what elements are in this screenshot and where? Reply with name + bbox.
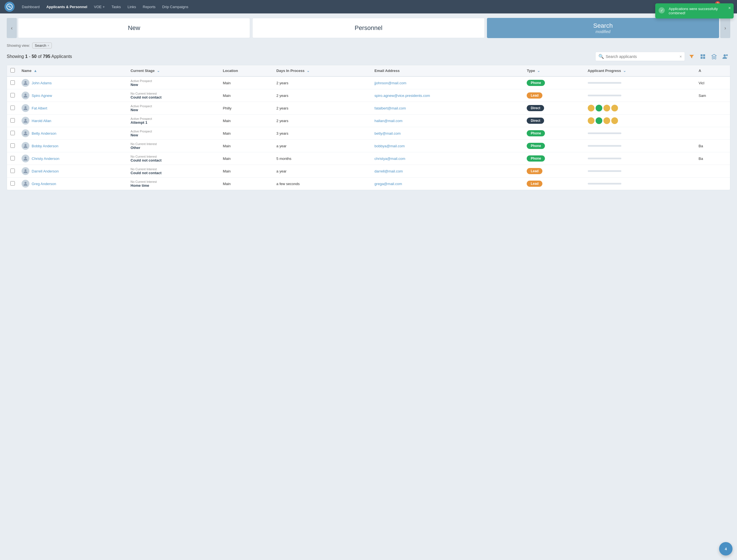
- svg-rect-4: [703, 57, 705, 59]
- tab-prev-button[interactable]: ‹: [7, 18, 17, 38]
- col-progress[interactable]: Applicant Progress ⌄: [584, 65, 695, 76]
- email-link[interactable]: betty@mail.com: [374, 131, 400, 136]
- row-checkbox[interactable]: [10, 118, 15, 123]
- avatar: [22, 92, 29, 99]
- col-stage[interactable]: Current Stage ⌄: [127, 65, 219, 76]
- svg-point-11: [25, 132, 27, 134]
- row-checkbox[interactable]: [10, 131, 15, 135]
- nav-tasks[interactable]: Tasks: [109, 3, 123, 11]
- search-clear-button[interactable]: ×: [680, 54, 682, 59]
- grid-view-button[interactable]: [698, 52, 707, 61]
- email-link[interactable]: darrell@mail.com: [374, 169, 403, 173]
- filter-button[interactable]: [687, 52, 696, 61]
- row-name-cell: Greg Anderson: [18, 178, 127, 190]
- applicant-name[interactable]: Spiro Agnew: [32, 94, 52, 98]
- select-all-header[interactable]: [7, 65, 18, 76]
- row-progress: [584, 115, 695, 127]
- email-link[interactable]: hallan@mail.com: [374, 119, 402, 123]
- email-link[interactable]: bobbya@mail.com: [374, 144, 405, 148]
- row-email: grega@mail.com: [371, 178, 523, 190]
- stage-value: Could not contact: [130, 95, 216, 99]
- tab-new[interactable]: New: [18, 18, 250, 38]
- row-name-cell: Betty Anderson: [18, 127, 127, 140]
- email-link[interactable]: jjohnson@mail.com: [374, 81, 406, 85]
- row-location: Main: [220, 140, 273, 152]
- type-badge: Lead: [527, 92, 542, 99]
- type-badge: Phone: [527, 130, 545, 136]
- row-checkbox[interactable]: [10, 80, 15, 85]
- applicant-name[interactable]: Bobby Anderson: [32, 144, 58, 148]
- progress-circle: [596, 105, 602, 111]
- tab-personnel[interactable]: Personnel: [252, 18, 484, 38]
- col-name[interactable]: Name ▲: [18, 65, 127, 76]
- nav-links[interactable]: Links: [125, 3, 139, 11]
- svg-point-13: [25, 157, 27, 159]
- email-link[interactable]: grega@mail.com: [374, 182, 402, 186]
- row-name-cell: Harold Allan: [18, 115, 127, 127]
- tab-search[interactable]: Search modified: [487, 18, 719, 38]
- tab-next-button[interactable]: ›: [720, 18, 730, 38]
- select-all-checkbox[interactable]: [10, 68, 15, 73]
- email-link[interactable]: spiro.agnew@vice.presidents.com: [374, 94, 430, 98]
- table-row: Greg Anderson No Current Interest Home t…: [7, 178, 730, 190]
- email-link[interactable]: christya@mail.com: [374, 157, 405, 161]
- row-extra: Sam: [695, 89, 730, 102]
- svg-rect-2: [703, 54, 705, 56]
- row-email: spiro.agnew@vice.presidents.com: [371, 89, 523, 102]
- applicant-name[interactable]: Betty Anderson: [32, 131, 56, 136]
- applicant-name[interactable]: Christy Anderson: [32, 157, 59, 161]
- showing-view-label: Showing view:: [7, 43, 30, 48]
- row-checkbox-cell: [7, 127, 18, 140]
- view-badge-close[interactable]: ×: [47, 44, 49, 48]
- range-start: 1: [25, 54, 28, 59]
- progress-circle: [596, 117, 602, 124]
- row-extra: [695, 102, 730, 115]
- row-checkbox[interactable]: [10, 156, 15, 160]
- people-button[interactable]: [721, 52, 730, 61]
- row-stage-cell: Active Prospect Attempt 1: [127, 115, 219, 127]
- row-checkbox[interactable]: [10, 181, 15, 186]
- table-row: John Adams Active Prospect New Main2 yea…: [7, 76, 730, 89]
- row-location: Main: [220, 178, 273, 190]
- fab-button[interactable]: 4: [719, 542, 733, 556]
- applicant-name[interactable]: Harold Allan: [32, 119, 51, 123]
- row-progress: [584, 178, 695, 190]
- row-checkbox[interactable]: [10, 143, 15, 148]
- nav-reports[interactable]: Reports: [140, 3, 158, 11]
- nav-drip-campaigns[interactable]: Drip Campaigns: [159, 3, 191, 11]
- col-type[interactable]: Type ⌄: [523, 65, 584, 76]
- applicant-name[interactable]: Darrell Anderson: [32, 169, 59, 173]
- row-days: 2 years: [273, 89, 371, 102]
- layers-button[interactable]: [710, 52, 719, 61]
- progress-circles: [588, 105, 692, 111]
- row-checkbox[interactable]: [10, 106, 15, 110]
- row-checkbox[interactable]: [10, 169, 15, 173]
- total-count: 795: [43, 54, 50, 59]
- nav-applicants-personnel[interactable]: Applicants & Personnel: [44, 3, 90, 11]
- row-type: Phone: [523, 152, 584, 165]
- avatar: [22, 79, 29, 87]
- toast-close-button[interactable]: ×: [728, 6, 731, 11]
- row-stage-cell: Active Prospect New: [127, 127, 219, 140]
- row-type: Lead: [523, 89, 584, 102]
- table-row: Spiro Agnew No Current Interest Could no…: [7, 89, 730, 102]
- app-logo[interactable]: [4, 2, 15, 12]
- applicant-name[interactable]: Greg Anderson: [32, 182, 56, 186]
- nav-dashboard[interactable]: Dashboard: [19, 3, 43, 11]
- search-input[interactable]: [606, 54, 678, 59]
- applicant-name[interactable]: John Adams: [32, 81, 52, 85]
- view-badge[interactable]: Search ×: [32, 43, 52, 48]
- nav-voe[interactable]: VOE +: [91, 3, 108, 11]
- toast-notification: ✓ Applications were successfully combine…: [655, 3, 734, 18]
- email-link[interactable]: fatalbert@mail.com: [374, 106, 406, 110]
- col-days[interactable]: Days In Process ⌄: [273, 65, 371, 76]
- row-progress: [584, 89, 695, 102]
- row-progress: [584, 102, 695, 115]
- type-badge: Direct: [527, 105, 544, 111]
- tab-new-label: New: [128, 24, 140, 32]
- row-extra: [695, 127, 730, 140]
- row-checkbox[interactable]: [10, 93, 15, 97]
- applicant-name[interactable]: Fat Albert: [32, 106, 47, 110]
- row-stage-cell: No Current Interest Other: [127, 140, 219, 152]
- row-name-cell: John Adams: [18, 76, 127, 89]
